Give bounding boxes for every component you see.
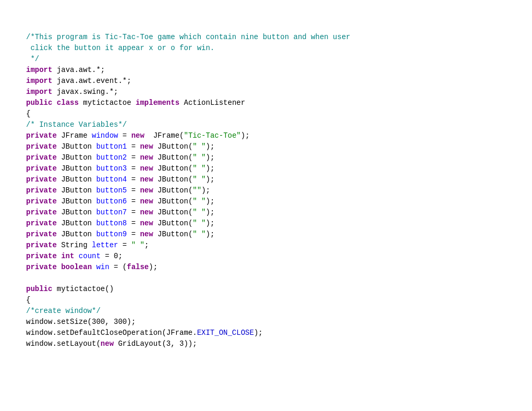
eq-2: = — [127, 142, 140, 151]
jbutton-init-3: JButton( — [153, 164, 193, 173]
comment-line-3: */ — [26, 55, 39, 63]
string-btn9: " " — [192, 230, 205, 238]
string-btn6: " " — [192, 197, 205, 206]
jbutton-text-2: JButton — [57, 153, 96, 162]
keyword-private-7: private — [26, 197, 57, 206]
actionlistener-text: ActionListener — [179, 99, 245, 107]
win-assign: = ( — [110, 263, 127, 271]
comment-line-1: /*This program is Tic-Tac-Toe game which… — [26, 33, 350, 41]
string-btn1: " " — [192, 142, 205, 151]
semi-9: ); — [206, 219, 215, 227]
keyword-private-6: private — [26, 186, 57, 195]
jbutton-text-1: JButton — [57, 142, 96, 151]
setsize-call: window.setSize(300, 300); — [26, 318, 136, 326]
var-button6: button6 — [96, 197, 127, 206]
exit-on-close: EXIT_ON_CLOSE — [197, 329, 254, 337]
keyword-private-12: private — [26, 252, 57, 260]
jbutton-init-6: JButton( — [153, 197, 193, 206]
jbutton-text-9: JButton — [57, 230, 96, 238]
setdefaultclose-call: window.setDefaultCloseOperation(JFrame. — [26, 329, 197, 337]
semi-6: ); — [201, 186, 210, 195]
jbutton-text-8: JButton — [57, 219, 96, 227]
semi-5: ); — [206, 175, 215, 184]
string-space: " " — [131, 241, 144, 249]
constructor-name: mytictactoe() — [52, 285, 114, 293]
eq-1: = — [118, 131, 131, 140]
keyword-new-layout: new — [101, 340, 114, 348]
jbutton-text-4: JButton — [57, 175, 96, 184]
keyword-public-constructor: public — [26, 285, 52, 293]
jbutton-text-3: JButton — [57, 164, 96, 173]
keyword-private-10: private — [26, 230, 57, 238]
eq-7: = — [127, 197, 140, 206]
eq-4: = — [127, 164, 140, 173]
keyword-new-2: new — [140, 142, 153, 151]
int-decl — [57, 252, 61, 260]
keyword-int: int — [61, 252, 74, 260]
setlayout-call: window.setLayout( — [26, 340, 101, 348]
jbutton-init-2: JButton( — [153, 153, 193, 162]
jframe-init: JFrame( — [144, 131, 184, 140]
gridlayout-text: GridLayout(3, 3)); — [114, 340, 197, 348]
keyword-private-8: private — [26, 208, 57, 216]
comment-create-window: /*create window*/ — [26, 307, 101, 315]
keyword-private-2: private — [26, 142, 57, 151]
var-letter: letter — [92, 241, 118, 249]
open-brace-1: { — [26, 110, 30, 118]
var-window: window — [92, 131, 118, 140]
jbutton-init-7: JButton( — [153, 208, 193, 216]
eq-5: = — [127, 175, 140, 184]
open-brace-2: { — [26, 296, 30, 304]
var-win: win — [96, 263, 109, 271]
string-btn7: " " — [192, 208, 205, 216]
keyword-new-4: new — [140, 164, 153, 173]
jbutton-init-1: JButton( — [153, 142, 193, 151]
bool-decl — [57, 263, 61, 271]
semi-7: ); — [206, 197, 215, 206]
keyword-new-8: new — [140, 208, 153, 216]
eq-9: = — [127, 219, 140, 227]
eq-6: = — [127, 186, 140, 195]
keyword-new-6: new — [140, 186, 153, 195]
string-btn5: "" — [192, 186, 201, 195]
keyword-import-2: import — [26, 77, 52, 85]
eq-8: = — [127, 208, 140, 216]
keyword-private-9: private — [26, 219, 57, 227]
string-btn3: " " — [192, 164, 205, 173]
var-button3: button3 — [96, 164, 127, 173]
jbutton-text-7: JButton — [57, 208, 96, 216]
keyword-false: false — [127, 263, 149, 271]
semi-10: ); — [206, 230, 215, 238]
jbutton-init-9: JButton( — [153, 230, 193, 238]
jbutton-text-5: JButton — [57, 186, 96, 195]
code-editor: /*This program is Tic-Tac-Toe game which… — [21, 10, 511, 360]
classname-text: mytictactoe — [79, 99, 136, 107]
keyword-new-3: new — [140, 153, 153, 162]
keyword-private-1: private — [26, 131, 57, 140]
string-btn4: " " — [192, 175, 205, 184]
keyword-new-10: new — [140, 230, 153, 238]
var-button2: button2 — [96, 153, 127, 162]
keyword-boolean: boolean — [61, 263, 92, 271]
keyword-private-13: private — [26, 263, 57, 271]
semi-2: ); — [206, 142, 215, 151]
eq-3: = — [127, 153, 140, 162]
string-tictactoe: "Tic-Tac-Toe" — [184, 131, 241, 140]
jbutton-init-8: JButton( — [153, 219, 193, 227]
count-text — [74, 252, 78, 260]
keyword-new-5: new — [140, 175, 153, 184]
letter-assign: = — [118, 241, 131, 249]
import-3-text: javax.swing.*; — [52, 88, 118, 96]
keyword-new-1: new — [131, 131, 144, 140]
keyword-private-4: private — [26, 164, 57, 173]
keyword-implements: implements — [136, 99, 179, 107]
keyword-class: class — [57, 99, 79, 107]
var-button8: button8 — [96, 219, 127, 227]
count-assign: = 0; — [101, 252, 123, 260]
semi-8: ); — [206, 208, 215, 216]
keyword-new-7: new — [140, 197, 153, 206]
var-button7: button7 — [96, 208, 127, 216]
keyword-public-class: public — [26, 99, 52, 107]
semi-4: ); — [206, 164, 215, 173]
var-button4: button4 — [96, 175, 127, 184]
